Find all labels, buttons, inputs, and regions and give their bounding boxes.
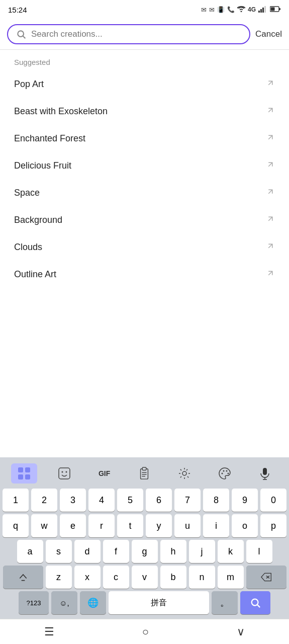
- svg-line-11: [268, 135, 272, 139]
- svg-rect-5: [271, 7, 275, 11]
- key-6[interactable]: 6: [146, 489, 172, 512]
- signal-icon: [258, 6, 267, 14]
- key-u[interactable]: u: [174, 514, 201, 537]
- palette-toolbar-btn[interactable]: [212, 463, 238, 484]
- suggestion-text: Space: [14, 188, 40, 198]
- key-r[interactable]: r: [88, 514, 115, 537]
- svg-line-16: [268, 271, 272, 275]
- apps-toolbar-btn[interactable]: [11, 463, 37, 484]
- svg-point-7: [18, 31, 24, 37]
- svg-rect-1: [260, 9, 262, 13]
- svg-point-30: [222, 473, 223, 474]
- svg-point-22: [61, 471, 63, 473]
- key-g[interactable]: g: [132, 540, 158, 563]
- key-k[interactable]: k: [218, 540, 244, 563]
- list-item[interactable]: Outline Art: [0, 261, 289, 288]
- keyboard-toolbar: GIF: [0, 460, 289, 487]
- key-z[interactable]: z: [46, 566, 72, 589]
- svg-rect-17: [18, 467, 23, 472]
- suggestion-text: Background: [14, 215, 62, 225]
- settings-toolbar-btn[interactable]: [171, 463, 198, 484]
- svg-rect-19: [18, 474, 23, 479]
- list-item[interactable]: Pop Art: [0, 70, 289, 98]
- key-3[interactable]: 3: [60, 489, 86, 512]
- key-m[interactable]: m: [218, 566, 244, 589]
- key-2[interactable]: 2: [31, 489, 57, 512]
- key-0[interactable]: 0: [260, 489, 286, 512]
- cancel-button[interactable]: Cancel: [255, 29, 282, 39]
- home-button[interactable]: ○: [142, 625, 149, 638]
- key-q[interactable]: q: [3, 514, 29, 537]
- arrow-icon: [266, 187, 275, 198]
- suggestion-text: Beast with Exoskeleton: [14, 106, 108, 117]
- arrow-icon: [266, 269, 275, 280]
- svg-line-41: [257, 605, 260, 607]
- clipboard-toolbar-btn[interactable]: [131, 463, 157, 484]
- shift-key[interactable]: [3, 566, 43, 589]
- menu-button[interactable]: ☰: [44, 625, 54, 638]
- back-button[interactable]: ∨: [237, 625, 245, 638]
- list-item[interactable]: Background: [0, 206, 289, 233]
- emoji-toolbar-btn[interactable]: [51, 463, 77, 484]
- status-icons: ✉ ✉ 📳 📞 4G: [201, 6, 281, 14]
- keyboard: GIF: [0, 457, 289, 619]
- svg-line-13: [268, 190, 272, 194]
- suggestion-text: Clouds: [14, 242, 42, 253]
- svg-rect-18: [25, 467, 30, 472]
- key-i[interactable]: i: [203, 514, 229, 537]
- key-v[interactable]: v: [132, 566, 158, 589]
- key-9[interactable]: 9: [232, 489, 258, 512]
- gif-label: GIF: [99, 469, 110, 477]
- search-key[interactable]: [240, 591, 270, 614]
- gif-toolbar-btn[interactable]: GIF: [91, 463, 118, 484]
- search-input[interactable]: [31, 29, 241, 39]
- key-x[interactable]: x: [74, 566, 101, 589]
- emoji-key[interactable]: ☺,: [51, 591, 77, 614]
- key-w[interactable]: w: [31, 514, 57, 537]
- backspace-key[interactable]: [246, 566, 286, 589]
- suggestion-text: Delicious Fruit: [14, 160, 71, 171]
- key-j[interactable]: j: [189, 540, 215, 563]
- symbols-key[interactable]: ?123: [19, 591, 49, 614]
- list-item[interactable]: Delicious Fruit: [0, 152, 289, 179]
- zxcv-row: z x c v b n m: [1, 566, 288, 589]
- key-4[interactable]: 4: [88, 489, 115, 512]
- svg-rect-2: [262, 8, 264, 13]
- arrow-icon: [266, 160, 275, 171]
- list-item[interactable]: Enchanted Forest: [0, 125, 289, 152]
- suggestion-text: Outline Art: [14, 269, 56, 280]
- svg-point-33: [228, 473, 229, 474]
- key-5[interactable]: 5: [117, 489, 143, 512]
- key-7[interactable]: 7: [174, 489, 201, 512]
- key-o[interactable]: o: [232, 514, 258, 537]
- list-item[interactable]: Clouds: [0, 233, 289, 261]
- key-h[interactable]: h: [160, 540, 186, 563]
- globe-key[interactable]: 🌐: [80, 591, 106, 614]
- svg-rect-20: [25, 474, 30, 479]
- key-d[interactable]: d: [74, 540, 101, 563]
- key-y[interactable]: y: [146, 514, 172, 537]
- svg-line-14: [268, 217, 272, 221]
- key-8[interactable]: 8: [203, 489, 229, 512]
- space-key[interactable]: 拼音: [109, 591, 209, 614]
- key-1[interactable]: 1: [3, 489, 29, 512]
- key-p[interactable]: p: [260, 514, 286, 537]
- list-item[interactable]: Beast with Exoskeleton: [0, 98, 289, 125]
- key-l[interactable]: l: [246, 540, 272, 563]
- key-a[interactable]: a: [17, 540, 43, 563]
- key-t[interactable]: t: [117, 514, 143, 537]
- phone-icon: 📞: [227, 6, 235, 13]
- arrow-icon: [266, 106, 275, 117]
- svg-rect-21: [59, 468, 70, 479]
- period-key[interactable]: 。: [212, 591, 238, 614]
- search-input-wrapper[interactable]: [7, 24, 250, 44]
- key-c[interactable]: c: [103, 566, 129, 589]
- key-s[interactable]: s: [46, 540, 72, 563]
- mic-toolbar-btn[interactable]: [252, 463, 278, 484]
- key-f[interactable]: f: [103, 540, 129, 563]
- key-n[interactable]: n: [189, 566, 215, 589]
- list-item[interactable]: Space: [0, 179, 289, 206]
- svg-line-8: [23, 36, 26, 39]
- key-e[interactable]: e: [60, 514, 86, 537]
- key-b[interactable]: b: [160, 566, 186, 589]
